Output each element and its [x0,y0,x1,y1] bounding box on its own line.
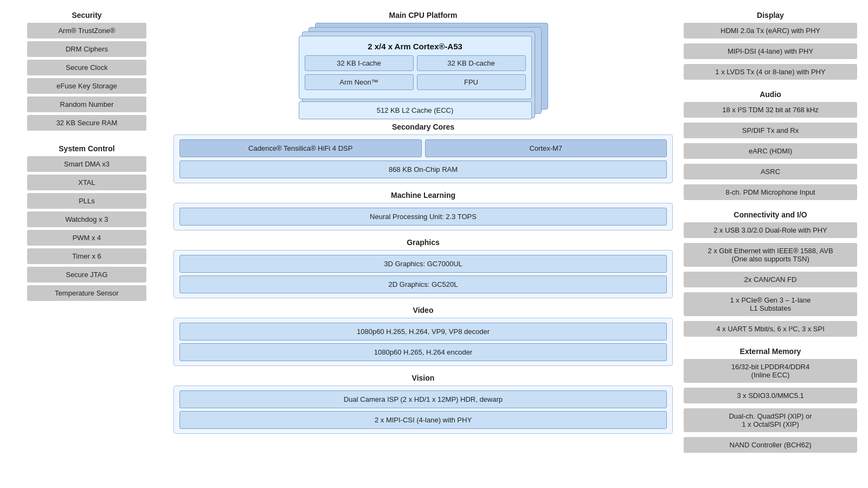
audio-item-3: eARC (HDMI) [684,143,857,159]
syscontrol-item-8: Temperature Sensor [27,285,146,301]
display-title: Display [684,11,857,20]
secondary-ram: 868 KB On-Chip RAM [179,160,667,178]
graphics-3d: 3D Graphics: GC7000UL [179,255,667,273]
audio-item-4: ASRC [684,164,857,179]
security-title: Security [72,11,101,20]
extmem-item-3: Dual-ch. QuadSPI (XIP) or 1 x OctalSPI (… [684,408,857,432]
graphics-outer: 3D Graphics: GC7000UL 2D Graphics: GC520… [173,250,673,298]
middle-column: Main CPU Platform 2 x/4 x Arm Cortex®-A5… [173,11,673,460]
connectivity-item-4: 1 x PCIe® Gen 3 – 1-lane L1 Substates [684,292,857,316]
ml-npu: Neural Processing Unit: 2.3 TOPS [179,208,667,226]
connectivity-item-3: 2x CAN/CAN FD [684,272,857,287]
cpu-platform-section: Main CPU Platform 2 x/4 x Arm Cortex®-A5… [173,11,673,104]
vision-section: Vision Dual Camera ISP (2 x HD/1 x 12MP)… [173,374,673,434]
security-item-3: Secure Clock [27,60,146,75]
right-column: Display HDMI 2.0a Tx (eARC) with PHY MIP… [684,11,857,460]
syscontrol-item-2: XTAL [27,175,146,190]
secondary-cores-outer: Cadence® Tensilica® HiFi 4 DSP Cortex-M7… [173,134,673,183]
secondary-cortex: Cortex-M7 [425,139,667,157]
extmem-item-4: NAND Controller (BCH62) [684,437,857,453]
syscontrol-item-5: PWM x 4 [27,230,146,246]
ml-section: Machine Learning Neural Processing Unit:… [173,191,673,230]
audio-item-5: 8-ch. PDM Microphone Input [684,184,857,200]
syscontrol-item-3: PLLs [27,193,146,209]
graphics-title: Graphics [173,238,673,247]
vision-title: Vision [173,374,673,382]
display-item-2: MIPI-DSI (4-lane) with PHY [684,43,857,59]
syscontrol-item-6: Timer x 6 [27,248,146,264]
ml-outer: Neural Processing Unit: 2.3 TOPS [173,203,673,230]
video-section: Video 1080p60 H.265, H.264, VP9, VP8 dec… [173,306,673,366]
connectivity-item-2: 2 x Gbit Ethernet with IEEE® 1588, AVB (… [684,243,857,267]
security-item-5: Random Number [27,97,146,112]
external-memory-section: External Memory 16/32-bit LPDDR4/DDR4 (I… [684,347,857,455]
display-item-3: 1 x LVDS Tx (4 or 8-lane) with PHY [684,64,857,80]
cpu-platform-title: Main CPU Platform [389,11,457,20]
video-encoder: 1080p60 H.265, H.264 encoder [179,343,667,361]
security-section: Security Arm® TrustZone® DRM Ciphers Sec… [11,11,163,133]
syscontrol-item-4: Watchdog x 3 [27,211,146,227]
cpu-dcache: 32 KB D-cache [417,55,526,71]
display-section: Display HDMI 2.0a Tx (eARC) with PHY MIP… [684,11,857,82]
cpu-fpu: FPU [417,74,526,90]
security-item-4: eFuse Key Storage [27,78,146,94]
secondary-dsp: Cadence® Tensilica® HiFi 4 DSP [179,139,422,157]
left-column: Security Arm® TrustZone® DRM Ciphers Sec… [11,11,163,460]
main-grid: Security Arm® TrustZone® DRM Ciphers Sec… [11,11,857,460]
cpu-main-card: 2 x/4 x Arm Cortex®-A53 32 KB I-cache 32… [299,36,532,99]
security-item-6: 32 KB Secure RAM [27,115,146,131]
cpu-neon: Arm Neon™ [305,74,414,90]
secondary-cores-section: Secondary Cores Cadence® Tensilica® HiFi… [173,123,673,183]
connectivity-section: Connectivity and I/O 2 x USB 3.0/2.0 Dua… [684,210,857,339]
cpu-cache-row: 32 KB I-cache 32 KB D-cache [305,55,526,71]
vision-outer: Dual Camera ISP (2 x HD/1 x 12MP) HDR, d… [173,386,673,434]
cpu-l2: 512 KB L2 Cache (ECC) [299,101,532,119]
cpu-core-title: 2 x/4 x Arm Cortex®-A53 [305,42,526,51]
video-decoder: 1080p60 H.265, H.264, VP9, VP8 decoder [179,323,667,341]
cpu-neon-row: Arm Neon™ FPU [305,74,526,90]
audio-item-2: SP/DIF Tx and Rx [684,123,857,138]
vision-mipi: 2 x MIPI-CSI (4-lane) with PHY [179,411,667,429]
audio-section: Audio 18 x I²S TDM 32 bit at 768 kHz SP/… [684,90,857,203]
display-item-1: HDMI 2.0a Tx (eARC) with PHY [684,23,857,38]
syscontrol-title: System Control [59,144,114,153]
connectivity-title: Connectivity and I/O [684,210,857,219]
video-outer: 1080p60 H.265, H.264, VP9, VP8 decoder 1… [173,318,673,366]
cpu-icache: 32 KB I-cache [305,55,414,71]
security-item-2: DRM Ciphers [27,41,146,57]
graphics-section: Graphics 3D Graphics: GC7000UL 2D Graphi… [173,238,673,298]
external-memory-title: External Memory [684,347,857,356]
ml-title: Machine Learning [173,191,673,200]
vision-isp: Dual Camera ISP (2 x HD/1 x 12MP) HDR, d… [179,390,667,408]
graphics-2d: 2D Graphics: GC520L [179,275,667,293]
secondary-cores-title: Secondary Cores [173,123,673,131]
security-item-1: Arm® TrustZone® [27,23,146,38]
syscontrol-item-1: Smart DMA x3 [27,156,146,172]
secondary-cores-grid: Cadence® Tensilica® HiFi 4 DSP Cortex-M7 [179,139,667,157]
connectivity-item-5: 4 x UART 5 Mbit/s, 6 x I²C, 3 x SPI [684,321,857,337]
audio-item-1: 18 x I²S TDM 32 bit at 768 kHz [684,102,857,118]
connectivity-item-1: 2 x USB 3.0/2.0 Dual-Role with PHY [684,222,857,238]
video-title: Video [173,306,673,314]
extmem-item-1: 16/32-bit LPDDR4/DDR4 (Inline ECC) [684,359,857,383]
audio-title: Audio [684,90,857,99]
syscontrol-item-7: Secure JTAG [27,267,146,282]
extmem-item-2: 3 x SDIO3.0/MMC5.1 [684,388,857,403]
syscontrol-section: System Control Smart DMA x3 XTAL PLLs Wa… [11,144,163,304]
